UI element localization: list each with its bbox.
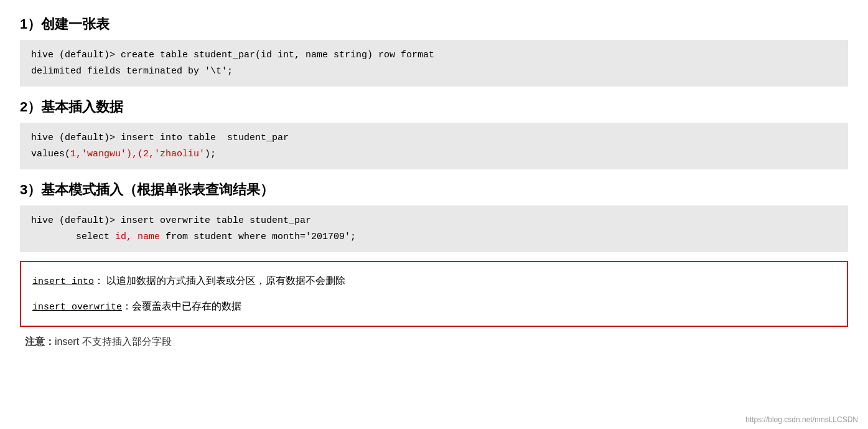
keyword-insert-into: insert into [32,276,94,287]
bottom-note: 注意：insert 不支持插入部分字段 [25,336,848,349]
code-block-2: hive (default)> insert into table studen… [20,123,848,169]
colon-2: ： [122,301,132,311]
bottom-note-text: insert 不支持插入部分字段 [55,336,172,347]
colon-1: ： [94,275,104,286]
section-3: 3）基本模式插入（根据单张表查询结果） hive (default)> inse… [20,181,848,252]
code-block-3: hive (default)> insert overwrite table s… [20,205,848,252]
note-line-insert-into: insert into： 以追加数据的方式插入到表或分区，原有数据不会删除 [32,271,836,291]
code-line-3-1: hive (default)> insert overwrite table s… [31,215,311,226]
code-line-2-2: values(1,'wangwu'),(2,'zhaoliu'); [31,149,216,159]
heading-1: 1）创建一张表 [20,15,848,34]
section-2: 2）基本插入数据 hive (default)> insert into tab… [20,98,848,169]
note-box: insert into： 以追加数据的方式插入到表或分区，原有数据不会删除 in… [20,261,848,327]
code-line-2-1: hive (default)> insert into table studen… [31,133,289,143]
desc-insert-into: 以追加数据的方式插入到表或分区，原有数据不会删除 [104,275,345,286]
heading-3: 3）基本模式插入（根据单张表查询结果） [20,181,848,199]
code-line-1-1: hive (default)> create table student_par… [31,50,434,60]
watermark: https://blog.csdn.net/nmsLLCSDN [745,415,858,424]
note-line-insert-overwrite: insert overwrite：会覆盖表中已存在的数据 [32,296,836,317]
code-block-1: hive (default)> create table student_par… [20,40,848,87]
bottom-note-bold: 注意： [25,336,55,347]
section-1: 1）创建一张表 hive (default)> create table stu… [20,15,848,87]
desc-insert-overwrite: 会覆盖表中已存在的数据 [132,301,241,311]
code-line-3-2: select id, name from student where month… [31,232,356,242]
keyword-insert-overwrite: insert overwrite [32,302,122,313]
code-line-1-2: delimited fields terminated by '\t'; [31,66,233,77]
heading-2: 2）基本插入数据 [20,98,848,116]
